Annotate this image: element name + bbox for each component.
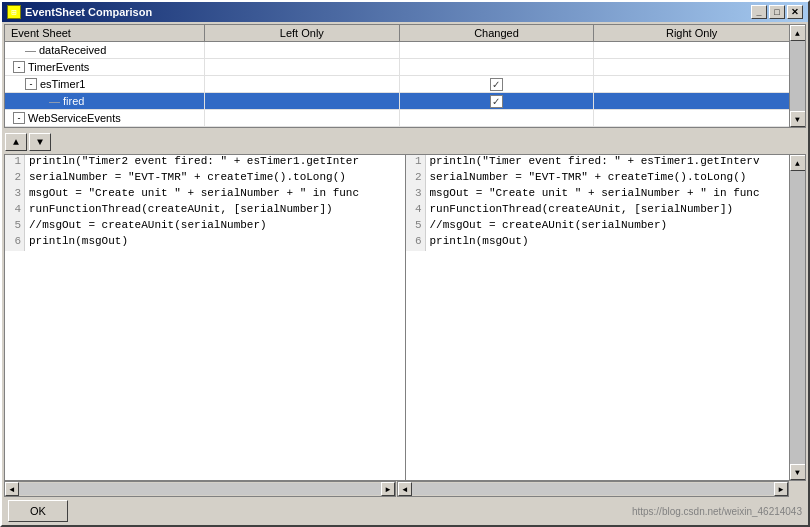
line-num: 3 <box>5 187 25 203</box>
line-num: 6 <box>5 235 25 251</box>
line-code: msgOut = "Create unit " + serialNumber +… <box>426 187 760 203</box>
table-row[interactable]: - esTimer1 <box>5 76 789 93</box>
line-code: serialNumber = "EVT-TMR" + createTime().… <box>25 171 346 187</box>
window-icon: ⊞ <box>7 5 21 19</box>
tree-cell-right <box>594 76 789 92</box>
minimize-button[interactable]: _ <box>751 5 767 19</box>
line-code: runFunctionThread(createAUnit, [serialNu… <box>25 203 333 219</box>
tree-cell-changed <box>400 93 595 109</box>
main-window: ⊞ EventSheet Comparison _ □ ✕ Event Shee… <box>0 0 810 527</box>
nav-up-button[interactable]: ▲ <box>5 133 27 151</box>
code-vscrollbar: ▲ ▼ <box>789 155 805 480</box>
right-line-1: 1 println("Timer event fired: " + esTime… <box>406 155 790 171</box>
left-hscroll-track[interactable] <box>19 483 381 495</box>
line-code: println("Timer2 event fired: " + esTimer… <box>25 155 359 171</box>
tree-cell-right <box>594 59 789 75</box>
right-hscroll-right[interactable]: ► <box>774 482 788 496</box>
line-code: //msgOut = createAUnit(serialNumber) <box>426 219 668 235</box>
line-code: msgOut = "Create unit " + serialNumber +… <box>25 187 359 203</box>
table-scroll-down[interactable]: ▼ <box>790 111 806 127</box>
expand-icon[interactable]: - <box>13 61 25 73</box>
close-button[interactable]: ✕ <box>787 5 803 19</box>
left-line-3: 3 msgOut = "Create unit " + serialNumber… <box>5 187 405 203</box>
table-vscrollbar: ▲ ▼ <box>789 25 805 127</box>
table-scroll-track[interactable] <box>790 41 806 111</box>
tree-cell-left <box>205 59 400 75</box>
watermark-text: https://blog.csdn.net/weixin_46214043 <box>632 506 802 517</box>
left-line-5: 5 //msgOut = createAUnit(serialNumber) <box>5 219 405 235</box>
tree-cell-label: - WebServiceEvents <box>5 110 205 126</box>
tree-cell-right <box>594 42 789 58</box>
right-line-3: 3 msgOut = "Create unit " + serialNumber… <box>406 187 790 203</box>
tree-cell-label: — fired <box>5 93 205 109</box>
title-bar: ⊞ EventSheet Comparison _ □ ✕ <box>2 2 808 22</box>
tree-cell-changed <box>400 110 595 126</box>
tree-cell-left <box>205 42 400 58</box>
line-code: println("Timer event fired: " + esTimer1… <box>426 155 760 171</box>
code-comparison-area: 1 println("Timer2 event fired: " + esTim… <box>4 154 806 481</box>
line-code: println(msgOut) <box>25 235 128 251</box>
maximize-button[interactable]: □ <box>769 5 785 19</box>
tree-cell-label: - esTimer1 <box>5 76 205 92</box>
left-code-scroll[interactable]: 1 println("Timer2 event fired: " + esTim… <box>5 155 405 480</box>
corner-spacer <box>790 481 806 497</box>
changed-checkbox <box>490 78 503 91</box>
right-line-2: 2 serialNumber = "EVT-TMR" + createTime(… <box>406 171 790 187</box>
left-hscroll-right[interactable]: ► <box>381 482 395 496</box>
tree-cell-changed <box>400 42 595 58</box>
line-num: 5 <box>5 219 25 235</box>
right-line-4: 4 runFunctionThread(createAUnit, [serial… <box>406 203 790 219</box>
right-hscroll-left[interactable]: ◄ <box>398 482 412 496</box>
left-hscroll-left[interactable]: ◄ <box>5 482 19 496</box>
expand-icon[interactable]: - <box>13 112 25 124</box>
window-title: EventSheet Comparison <box>25 6 152 18</box>
left-line-2: 2 serialNumber = "EVT-TMR" + createTime(… <box>5 171 405 187</box>
line-num: 2 <box>5 171 25 187</box>
col-event-sheet: Event Sheet <box>5 25 205 41</box>
line-num: 2 <box>406 171 426 187</box>
tree-cell-label: — dataReceived <box>5 42 205 58</box>
table-header: Event Sheet Left Only Changed Right Only <box>5 25 789 42</box>
table-row[interactable]: — dataReceived <box>5 42 789 59</box>
ok-button[interactable]: OK <box>8 500 68 522</box>
left-line-4: 4 runFunctionThread(createAUnit, [serial… <box>5 203 405 219</box>
table-scroll-up[interactable]: ▲ <box>790 25 806 41</box>
code-scroll-track[interactable] <box>790 171 806 464</box>
tree-cell-right <box>594 93 789 109</box>
table-section: Event Sheet Left Only Changed Right Only… <box>4 24 806 128</box>
line-code: serialNumber = "EVT-TMR" + createTime().… <box>426 171 747 187</box>
table-row[interactable]: - WebServiceEvents <box>5 110 789 127</box>
table-inner: Event Sheet Left Only Changed Right Only… <box>5 25 789 127</box>
changed-checkbox <box>490 95 503 108</box>
tree-cell-changed <box>400 76 595 92</box>
table-row[interactable]: - TimerEvents <box>5 59 789 76</box>
nav-down-button[interactable]: ▼ <box>29 133 51 151</box>
table-row[interactable]: — fired <box>5 93 789 110</box>
tree-cell-changed <box>400 59 595 75</box>
line-num: 4 <box>406 203 426 219</box>
right-line-5: 5 //msgOut = createAUnit(serialNumber) <box>406 219 790 235</box>
tree-cell-label: - TimerEvents <box>5 59 205 75</box>
right-line-6: 6 println(msgOut) <box>406 235 790 251</box>
tree-cell-right <box>594 110 789 126</box>
title-buttons: _ □ ✕ <box>751 5 803 19</box>
horizontal-scroll-area: ◄ ► ◄ ► <box>4 481 806 497</box>
col-right-only: Right Only <box>594 25 789 41</box>
tree-cell-left <box>205 110 400 126</box>
title-bar-left: ⊞ EventSheet Comparison <box>7 5 152 19</box>
right-code-panel: 1 println("Timer event fired: " + esTime… <box>406 155 806 480</box>
code-scroll-up[interactable]: ▲ <box>790 155 806 171</box>
col-left-only: Left Only <box>205 25 400 41</box>
code-scroll-down[interactable]: ▼ <box>790 464 806 480</box>
line-num: 1 <box>5 155 25 171</box>
right-code-scroll[interactable]: 1 println("Timer event fired: " + esTime… <box>406 155 790 480</box>
line-num: 4 <box>5 203 25 219</box>
left-hscroll: ◄ ► <box>4 481 396 497</box>
left-line-1: 1 println("Timer2 event fired: " + esTim… <box>5 155 405 171</box>
line-num: 1 <box>406 155 426 171</box>
line-num: 3 <box>406 187 426 203</box>
right-hscroll: ◄ ► <box>397 481 789 497</box>
expand-icon[interactable]: - <box>25 78 37 90</box>
tree-cell-left <box>205 93 400 109</box>
right-hscroll-track[interactable] <box>412 483 774 495</box>
